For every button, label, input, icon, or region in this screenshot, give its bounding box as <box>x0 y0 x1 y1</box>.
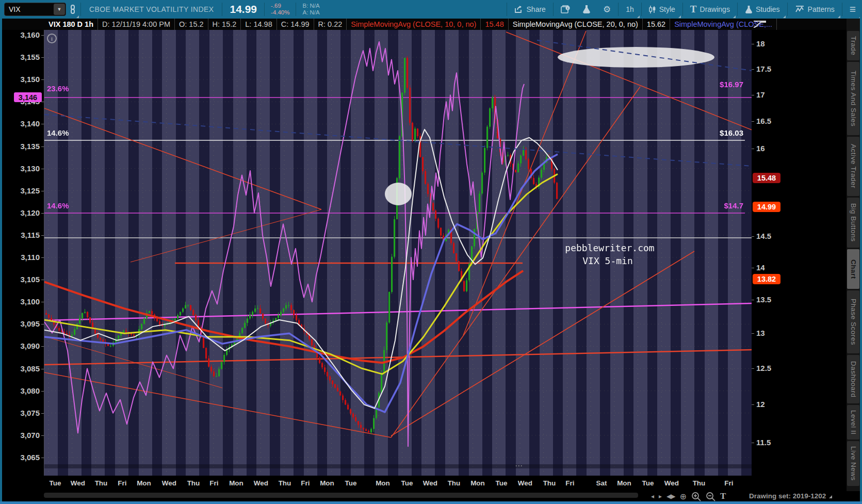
y-axis-label: 16 <box>756 144 765 153</box>
y-axis-tick <box>752 443 754 443</box>
analysis-button[interactable] <box>576 0 597 19</box>
bottom-scrollbar[interactable] <box>44 493 638 498</box>
style-label: Style <box>659 5 675 13</box>
study-sma10-label[interactable]: SimpleMovingAvg (CLOSE, 10, 0, no) <box>347 19 481 30</box>
text-tool-icon[interactable]: T <box>720 491 726 501</box>
interval-button[interactable]: 1h <box>620 0 640 19</box>
time-axis[interactable]: TueWedThuFriMonWedThuFriMonWedThuFriMonT… <box>0 476 862 491</box>
time-axis-label: Mon <box>617 479 631 487</box>
sidebar-tab-big-buttons[interactable]: Big Buttons <box>847 198 859 248</box>
chart-h-scrollbar[interactable]: ⋯ <box>44 464 752 468</box>
sidebar-tab-chart[interactable]: Chart <box>847 249 859 289</box>
y-axis-tick <box>41 124 44 124</box>
chevron-down-icon: ▼ <box>57 7 62 12</box>
y-axis-tick <box>41 57 44 58</box>
studies-label: Studies <box>756 5 780 13</box>
bid-ask: B: N/A A: N/A <box>297 3 324 16</box>
y-axis-label: 3,155 <box>20 53 40 61</box>
move-chart-icon[interactable]: ⊕ <box>680 492 687 501</box>
time-axis-label: Mon <box>320 479 334 487</box>
sidebar-tab-dashboard[interactable]: Dashboard <box>847 355 859 403</box>
y-axis-tick <box>752 236 754 237</box>
ask-value: A: N/A <box>302 9 319 16</box>
time-axis-label: Fri <box>209 479 218 487</box>
patterns-button[interactable]: Patterns <box>789 0 841 19</box>
link-button[interactable] <box>66 0 79 19</box>
price-badge: 15.48 <box>753 173 780 183</box>
right-price-axis[interactable]: 1817.51716.51614.51413.51312.51211.515.4… <box>752 30 847 491</box>
candlestick-icon <box>649 5 656 14</box>
step-right-icon[interactable]: ▸ <box>659 493 662 500</box>
corner-triangle <box>783 15 786 18</box>
top-toolbar: VIX ▼ CBOE MARKET VOLATILITY INDEX 14.99… <box>0 0 862 19</box>
share-label: Share <box>527 5 546 13</box>
step-left-icon[interactable]: ◂ <box>651 493 654 500</box>
y-axis-tick <box>752 333 754 334</box>
time-axis-label: Thu <box>95 479 108 487</box>
time-axis-label: Thu <box>187 479 200 487</box>
link-icon <box>69 5 76 14</box>
y-axis-tick <box>752 95 754 95</box>
y-axis-label: 3,105 <box>20 275 40 284</box>
y-axis-label: 13.5 <box>756 295 771 304</box>
zoom-in-icon[interactable] <box>691 492 701 501</box>
symbol-combobox[interactable]: VIX ▼ <box>4 3 66 16</box>
symbol-dropdown-button[interactable]: ▼ <box>54 4 65 15</box>
price-badge: 14.99 <box>753 202 780 212</box>
drawings-button[interactable]: T Drawings <box>684 0 736 19</box>
sidebar-tab-active-trader[interactable]: Active Trader <box>847 137 859 196</box>
bar-close: C: 14.99 <box>277 19 314 30</box>
y-axis-label: 12 <box>756 400 765 409</box>
time-axis-label: Mon <box>229 479 243 487</box>
curve-icon[interactable] <box>753 20 767 29</box>
time-axis-label: Tue <box>496 479 508 487</box>
sidebar-tab-live-news[interactable]: Live News <box>847 441 859 486</box>
y-axis-tick <box>41 346 44 347</box>
y-axis-label: 3,095 <box>20 319 40 328</box>
share-button[interactable]: Share <box>508 0 552 19</box>
time-axis-label: Thu <box>543 479 556 487</box>
studies-button[interactable]: Studies <box>739 0 786 19</box>
sidebar-tab-level-ii[interactable]: Level II <box>847 405 859 440</box>
info-icon[interactable]: i <box>47 34 57 43</box>
text-tool-icon: T <box>690 4 697 15</box>
corner-triangle <box>678 15 681 18</box>
sidebar-tab-label: Trade <box>850 36 857 55</box>
sidebar-tab-trade[interactable]: Trade <box>847 31 859 60</box>
sidebar-tab-times-and-sales[interactable]: Times And Sales <box>847 62 859 135</box>
y-axis-tick <box>752 44 754 44</box>
y-axis-label: 3,100 <box>20 297 40 306</box>
time-axis-label: Fri <box>565 479 574 487</box>
pan-horizontal-icon[interactable]: ◀▶ <box>666 493 675 500</box>
y-axis-tick <box>41 257 44 258</box>
sidebar-tab-phase-scores[interactable]: Phase Scores <box>847 290 859 353</box>
pattern-icon <box>795 5 805 13</box>
time-axis-label: Thu <box>693 479 706 487</box>
study-sma10-value: 15.48 <box>481 19 508 30</box>
study-sma20-label[interactable]: SimpleMovingAvg (CLOSE, 20, 0, no) <box>509 19 643 30</box>
menu-button[interactable]: ≡ <box>843 0 862 19</box>
chart-plot-area[interactable]: i ⋯ <box>44 30 753 476</box>
y-axis-label: 3,080 <box>20 386 40 395</box>
y-axis-label: 3,125 <box>20 186 40 195</box>
chart-canvas[interactable] <box>44 30 752 476</box>
divider <box>553 3 554 16</box>
chart-describer-button[interactable]: i <box>555 0 576 19</box>
bar-range: R: 0.22 <box>314 19 347 30</box>
y-axis-label: 13 <box>756 329 765 337</box>
y-axis-label: 3,065 <box>20 453 40 462</box>
settings-button[interactable]: ⚙ <box>597 0 617 19</box>
zoom-out-icon[interactable] <box>706 492 715 501</box>
style-button[interactable]: Style <box>643 0 681 19</box>
bar-open: O: 15.2 <box>175 19 208 30</box>
scroll-grip-icon[interactable]: ⋯ <box>515 461 524 470</box>
time-axis-label: Fri <box>724 479 733 487</box>
resize-triangle-icon <box>829 495 832 498</box>
drawing-set-selector[interactable]: Drawing set: 2019-1202 <box>749 492 832 500</box>
sidebar-tab-label: Level II <box>850 410 857 435</box>
left-price-axis[interactable]: 3,1603,1553,1503,1453,1403,1353,1303,125… <box>0 30 44 476</box>
thinkorswim-window: VIX ▼ CBOE MARKET VOLATILITY INDEX 14.99… <box>0 0 862 504</box>
y-axis-tick <box>752 121 754 122</box>
time-axis-label: Wed <box>71 479 85 487</box>
y-axis-label: 3,150 <box>20 75 40 84</box>
